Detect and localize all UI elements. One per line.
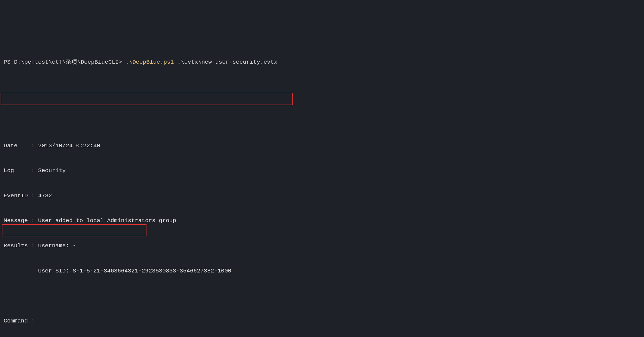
- event-message: Message : User added to local Administra…: [4, 217, 644, 225]
- prompt-line-1: PS D:\pentest\ctf\杂项\DeepBlueCLI> .\Deep…: [4, 58, 644, 67]
- command-script: .\DeepBlue.ps1: [126, 59, 174, 65]
- blank-line: [4, 83, 644, 92]
- command-argument: .\evtx\new-user-security.evtx: [174, 59, 278, 65]
- event-results: Results : Username: -: [4, 242, 644, 250]
- blank-line: [4, 108, 644, 117]
- prompt-prefix: PS D:\pentest\ctf\杂项\DeepBlueCLI>: [4, 59, 126, 65]
- event-id: EventID : 4732: [4, 192, 644, 200]
- event-command: Command :: [4, 317, 644, 325]
- terminal-window[interactable]: PS D:\pentest\ctf\杂项\DeepBlueCLI> .\Deep…: [0, 0, 644, 337]
- event-date: Date : 2013/10/24 0:22:40: [4, 142, 644, 150]
- event-log: Log : Security: [4, 167, 644, 175]
- blank-line: [4, 292, 644, 300]
- event-sid: User SID: S-1-5-21-3463664321-2923530833…: [4, 267, 644, 275]
